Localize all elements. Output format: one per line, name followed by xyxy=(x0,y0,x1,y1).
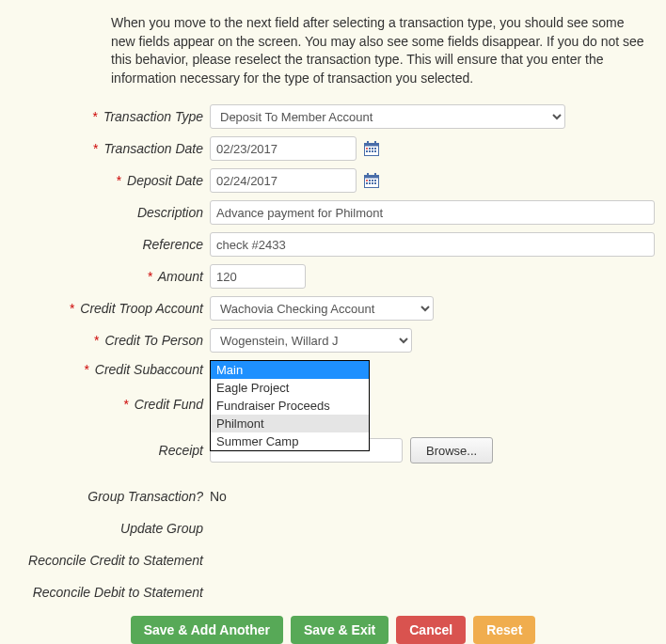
svg-rect-23 xyxy=(374,182,376,184)
calendar-icon[interactable] xyxy=(364,173,379,188)
label-credit-to-person: * Credit To Person xyxy=(9,333,210,349)
label-reconcile-debit: Reconcile Debit to Statement xyxy=(9,585,210,601)
svg-rect-8 xyxy=(366,150,368,152)
svg-rect-15 xyxy=(374,173,376,177)
label-amount: * Amount xyxy=(9,269,210,285)
subaccount-option[interactable]: Eagle Project xyxy=(211,379,369,397)
label-group-transaction: Group Transaction? xyxy=(9,489,210,505)
svg-rect-4 xyxy=(366,148,368,149)
label-transaction-date: * Transaction Date xyxy=(9,141,210,157)
subaccount-option[interactable]: Philmont xyxy=(211,415,369,432)
svg-rect-19 xyxy=(374,180,376,181)
label-description: Description xyxy=(9,205,210,221)
label-credit-troop-account: * Credit Troop Account xyxy=(9,301,210,317)
transaction-date-input[interactable] xyxy=(210,136,357,161)
reset-button[interactable]: Reset xyxy=(473,616,535,644)
description-input[interactable] xyxy=(210,200,655,225)
label-credit-subaccount: * Credit Subaccount xyxy=(9,360,210,378)
save-add-another-button[interactable]: Save & Add Another xyxy=(131,616,283,644)
svg-rect-10 xyxy=(372,150,373,152)
svg-rect-11 xyxy=(374,150,376,152)
svg-rect-6 xyxy=(372,148,373,149)
label-deposit-date: * Deposit Date xyxy=(9,173,210,189)
svg-rect-7 xyxy=(374,148,376,149)
svg-rect-13 xyxy=(365,176,379,179)
credit-to-person-select[interactable]: Wogenstein, Willard J xyxy=(210,328,412,353)
save-exit-button[interactable]: Save & Exit xyxy=(291,616,388,644)
svg-rect-20 xyxy=(366,182,368,184)
svg-rect-3 xyxy=(374,141,376,145)
svg-rect-18 xyxy=(372,180,373,181)
svg-rect-22 xyxy=(372,182,373,184)
svg-rect-1 xyxy=(365,144,379,147)
label-reference: Reference xyxy=(9,237,210,253)
subaccount-option[interactable]: Summer Camp xyxy=(211,432,369,450)
deposit-date-input[interactable] xyxy=(210,168,357,193)
amount-input[interactable] xyxy=(210,264,306,289)
credit-troop-account-select[interactable]: Wachovia Checking Account xyxy=(210,296,434,321)
svg-rect-21 xyxy=(369,182,371,184)
cancel-button[interactable]: Cancel xyxy=(396,616,466,644)
label-credit-fund: * Credit Fund xyxy=(9,397,210,413)
group-transaction-value: No xyxy=(210,489,227,504)
subaccount-option[interactable]: Main xyxy=(211,361,369,379)
intro-text: When you move to the next field after se… xyxy=(111,14,647,87)
credit-subaccount-listbox[interactable]: MainEagle ProjectFundraiser ProceedsPhil… xyxy=(210,360,370,451)
label-update-group: Update Group xyxy=(9,521,210,537)
transaction-type-select[interactable]: Deposit To Member Account xyxy=(210,104,565,129)
svg-rect-16 xyxy=(366,180,368,181)
svg-rect-14 xyxy=(367,173,369,177)
calendar-icon[interactable] xyxy=(364,141,379,156)
label-reconcile-credit: Reconcile Credit to Statement xyxy=(9,553,210,569)
reference-input[interactable] xyxy=(210,232,655,257)
svg-rect-9 xyxy=(369,150,371,152)
label-receipt: Receipt xyxy=(9,443,210,459)
svg-rect-2 xyxy=(367,141,369,145)
svg-rect-17 xyxy=(369,180,371,181)
browse-button[interactable]: Browse... xyxy=(410,437,493,463)
subaccount-option[interactable]: Fundraiser Proceeds xyxy=(211,397,369,415)
svg-rect-5 xyxy=(369,148,371,149)
label-transaction-type: * Transaction Type xyxy=(9,109,210,125)
